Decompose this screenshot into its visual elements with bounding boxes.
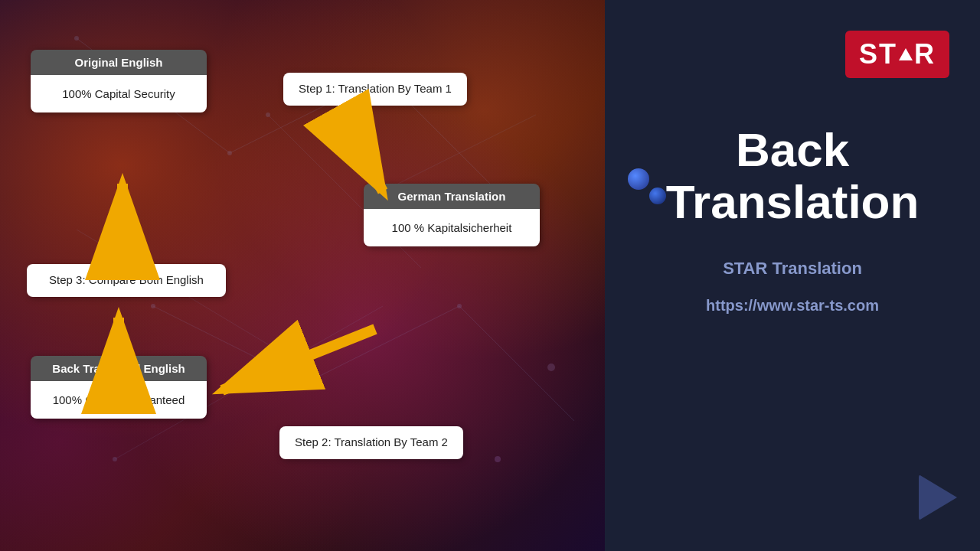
german-translation-body: 100 % Kapitalsicherheit [364,209,540,246]
original-english-box: Original English 100% Capital Security [31,50,207,112]
svg-line-9 [383,115,536,191]
german-translation-header: German Translation [364,184,540,209]
orb-blue-1 [628,168,649,190]
diagram-panel: Step 1: Translation By Team 1 Original E… [0,0,605,551]
triangle-decoration-icon [919,474,957,520]
logo-triangle-icon [899,48,913,60]
svg-line-5 [459,306,574,421]
url-link: https://www.star-ts.com [706,297,879,315]
german-translation-box: German Translation 100 % Kapitalsicherhe… [364,184,540,246]
right-panel: STR Back Translation STAR Translation ht… [605,0,980,551]
logo-container: STR [845,31,949,78]
svg-point-19 [495,456,501,462]
back-translated-box: Back Translated English 100% Capital Gua… [31,356,207,419]
svg-point-14 [151,304,155,308]
back-translated-body: 100% Capital Guaranteed [31,381,207,419]
step3-box: Step 3: Compare Both English [27,264,226,297]
step1-box: Step 1: Translation By Team 1 [283,73,467,106]
back-translated-header: Back Translated English [31,356,207,381]
logo: STR [859,38,936,70]
svg-point-18 [113,457,117,461]
svg-point-10 [74,36,79,41]
svg-point-20 [547,364,555,371]
svg-point-16 [457,304,462,308]
subtitle: STAR Translation [723,259,862,279]
svg-line-4 [306,306,459,383]
main-title: Back Translation [635,124,949,228]
step1-label: Step 1: Translation By Team 1 [299,82,452,95]
step2-label: Step 2: Translation By Team 2 [295,435,448,448]
svg-point-15 [304,380,309,385]
step3-label: Step 3: Compare Both English [49,273,204,286]
original-english-header: Original English [31,50,207,75]
original-english-body: 100% Capital Security [31,75,207,112]
orb-blue-2 [649,187,666,204]
step2-box: Step 2: Translation By Team 2 [279,426,463,459]
svg-point-17 [266,112,270,117]
svg-point-11 [227,151,232,155]
